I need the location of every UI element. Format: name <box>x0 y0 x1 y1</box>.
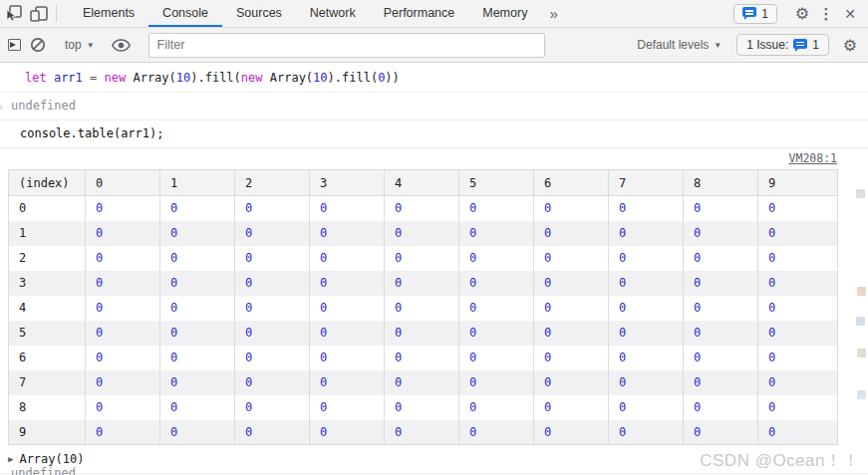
value-cell: 0 <box>86 395 160 420</box>
console-settings-gear-icon[interactable]: ⚙ <box>838 32 862 58</box>
index-cell: 1 <box>9 221 86 246</box>
value-cell: 0 <box>609 271 684 296</box>
tab-label: Network <box>310 6 356 20</box>
filter-input[interactable] <box>148 33 545 58</box>
table-row[interactable]: 70000000000 <box>9 370 838 395</box>
array-preview-text: Array(10) <box>19 452 84 466</box>
value-cell: 0 <box>758 346 838 370</box>
value-cell: 0 <box>684 221 758 246</box>
value-cell: 0 <box>235 196 310 221</box>
column-header[interactable]: 0 <box>86 170 160 196</box>
inspect-element-icon[interactable] <box>0 0 26 27</box>
column-header[interactable]: 4 <box>385 170 459 196</box>
column-header[interactable]: 7 <box>609 170 684 196</box>
column-header[interactable]: 1 <box>160 170 235 196</box>
index-column-header[interactable]: (index) <box>9 170 86 196</box>
messages-badge-button[interactable]: 1 <box>733 4 777 24</box>
table-row[interactable]: 90000000000 <box>9 420 838 445</box>
clipped-return-value: undefined <box>11 466 76 475</box>
issues-button[interactable]: 1 Issue: 1 <box>736 34 829 56</box>
clipped-page-artifact <box>857 390 866 399</box>
clear-console-icon[interactable] <box>26 32 50 58</box>
value-cell: 0 <box>684 271 758 296</box>
context-selector[interactable]: top ▼ <box>59 38 101 52</box>
settings-gear-icon[interactable]: ⚙ <box>790 1 814 27</box>
value-cell: 0 <box>534 246 609 271</box>
value-cell: 0 <box>160 370 235 395</box>
value-cell: 0 <box>160 296 235 321</box>
table-row[interactable]: 30000000000 <box>9 271 838 296</box>
device-toolbar-icon[interactable] <box>26 0 52 27</box>
value-cell: 0 <box>385 420 459 445</box>
context-selector-label: top <box>65 38 82 52</box>
value-cell: 0 <box>86 271 160 296</box>
value-cell: 0 <box>459 271 534 296</box>
close-icon[interactable]: ✕ <box>838 1 862 27</box>
live-expression-eye-icon[interactable] <box>110 32 134 58</box>
tab-elements[interactable]: Elements <box>69 0 148 27</box>
table-row[interactable]: 10000000000 <box>9 221 838 246</box>
value-cell: 0 <box>385 346 459 370</box>
table-row[interactable]: 50000000000 <box>9 321 838 346</box>
tab-network[interactable]: Network <box>296 0 370 27</box>
column-header[interactable]: 5 <box>459 170 534 196</box>
source-link[interactable]: VM208:1 <box>789 151 837 165</box>
tab-label: Performance <box>384 6 455 20</box>
message-count: 1 <box>761 7 768 21</box>
value-cell: 0 <box>609 370 684 395</box>
table-row[interactable]: 20000000000 <box>9 246 838 271</box>
value-cell: 0 <box>609 246 684 271</box>
value-cell: 0 <box>459 221 534 246</box>
value-cell: 0 <box>684 420 758 445</box>
tab-sources[interactable]: Sources <box>222 0 296 27</box>
column-header[interactable]: 9 <box>758 170 838 196</box>
chevron-down-icon: ▼ <box>87 41 95 50</box>
value-cell: 0 <box>534 346 609 370</box>
console-input-echo[interactable]: let arr1 = new Array(10).fill(new Array(… <box>0 63 868 93</box>
column-header[interactable]: 6 <box>534 170 609 196</box>
value-cell: 0 <box>310 246 385 271</box>
value-cell: 0 <box>534 196 609 221</box>
kebab-menu-icon[interactable]: ⋮ <box>814 1 838 27</box>
more-tabs-icon[interactable]: » <box>541 0 565 27</box>
value-cell: 0 <box>160 246 235 271</box>
value-cell: 0 <box>684 395 758 420</box>
table-row[interactable]: 40000000000 <box>9 296 838 321</box>
value-cell: 0 <box>385 246 459 271</box>
issues-label: 1 Issue: <box>746 38 788 52</box>
value-cell: 0 <box>310 196 385 221</box>
log-levels-selector[interactable]: Default levels ▼ <box>631 38 727 52</box>
column-header[interactable]: 3 <box>310 170 385 196</box>
table-row[interactable]: 00000000000 <box>9 196 838 221</box>
value-cell: 0 <box>86 370 160 395</box>
array-preview-row[interactable]: ▶ Array(10) <box>0 445 868 473</box>
tab-memory[interactable]: Memory <box>468 0 541 27</box>
tab-label: Sources <box>236 6 282 20</box>
index-cell: 9 <box>9 420 86 445</box>
value-cell: 0 <box>534 296 609 321</box>
console-return-value[interactable]: ‹ undefined <box>0 93 868 120</box>
index-cell: 4 <box>9 296 86 321</box>
console-sidebar-toggle-icon[interactable] <box>2 32 26 58</box>
value-cell: 0 <box>235 221 310 246</box>
console-toolbar: top ▼ Default levels ▼ 1 Issue: 1 ⚙ <box>0 28 868 63</box>
column-header[interactable]: 2 <box>235 170 310 196</box>
value-cell: 0 <box>310 346 385 370</box>
tab-performance[interactable]: Performance <box>370 0 469 27</box>
value-cell: 0 <box>310 395 385 420</box>
value-cell: 0 <box>459 321 534 346</box>
table-row[interactable]: 60000000000 <box>9 346 838 370</box>
value-cell: 0 <box>684 346 758 370</box>
value-cell: 0 <box>459 346 534 370</box>
column-header[interactable]: 8 <box>684 170 758 196</box>
value-cell: 0 <box>609 420 684 445</box>
table-row[interactable]: 80000000000 <box>9 395 838 420</box>
tab-console[interactable]: Console <box>148 0 222 27</box>
value-cell: 0 <box>385 221 459 246</box>
console-command-line[interactable]: console.table(arr1); <box>0 120 868 148</box>
console-table-result: VM208:1 (index)0123456789000000000001000… <box>0 148 868 474</box>
value-cell: 0 <box>86 196 160 221</box>
value-cell: 0 <box>758 395 838 420</box>
value-cell: 0 <box>609 221 684 246</box>
value-cell: 0 <box>86 246 160 271</box>
